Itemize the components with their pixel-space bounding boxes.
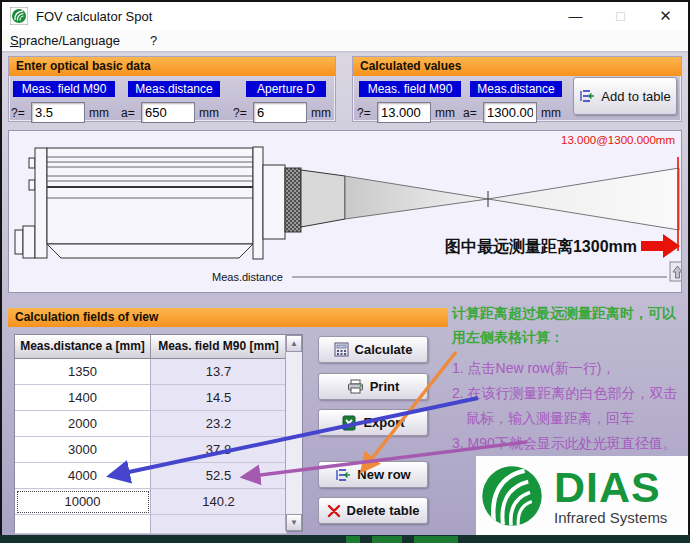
- table-cell[interactable]: 1400: [15, 385, 151, 411]
- background-fragment: [414, 536, 458, 543]
- table-scrollbar[interactable]: ▲ ▼: [285, 335, 302, 531]
- aperture-input[interactable]: [253, 102, 307, 123]
- field-prefix: ?=: [233, 106, 253, 120]
- scroll-up-icon[interactable]: ▲: [286, 335, 302, 352]
- add-row-icon: [579, 88, 595, 104]
- field-label-meas-distance: Meas.distance: [128, 81, 220, 97]
- menu-language[interactable]: Sprache/Language: [2, 31, 128, 50]
- calculated-values-panel: Calculated values Meas. field M90 ?= mm …: [352, 56, 682, 122]
- new-row-label: New row: [357, 467, 410, 482]
- table-cell[interactable]: 4000: [15, 463, 151, 489]
- calculate-label: Calculate: [355, 342, 413, 357]
- add-to-table-button[interactable]: Add to table: [573, 77, 677, 115]
- unit-label: mm: [311, 106, 331, 120]
- maximize-button: □: [598, 2, 643, 30]
- unit-label: mm: [89, 106, 109, 120]
- note-step-2-cont: 鼠标，输入测量距离，回车: [452, 406, 688, 431]
- table-row: 3000 37.8: [15, 437, 287, 463]
- note-step-3: 3. M90下就会显示此处光斑直径值。: [452, 431, 688, 456]
- field-prefix: ?=: [11, 106, 31, 120]
- calc-label-meas-distance: Meas.distance: [470, 81, 562, 97]
- unit-label: mm: [435, 106, 455, 120]
- distance-end-marker-icon: [670, 262, 681, 281]
- table-cell[interactable]: 3000: [15, 437, 151, 463]
- calculate-button[interactable]: Calculate: [318, 336, 428, 363]
- delete-table-label: Delete table: [347, 503, 420, 518]
- calculator-icon: [334, 342, 349, 357]
- table-cell[interactable]: [15, 515, 151, 534]
- table-cell[interactable]: 52.5: [151, 463, 287, 489]
- menu-bar: Sprache/Language ?: [2, 30, 688, 52]
- fov-diagram: 13.000@1300.000mm 图中最远测量距离1300mm Meas.di…: [8, 130, 682, 293]
- calculated-values-header: Calculated values: [353, 57, 681, 76]
- pyrometer-device-drawing: [15, 147, 345, 259]
- calc-meas-field-value: [377, 102, 431, 123]
- title-bar: FOV calculator Spot — □ ✕: [2, 2, 688, 30]
- print-button[interactable]: Print: [318, 373, 428, 400]
- column-header-field[interactable]: Meas. field M90 [mm]: [151, 335, 287, 359]
- export-excel-icon: [341, 415, 357, 431]
- table-cell[interactable]: 13.7: [151, 359, 287, 385]
- basic-data-panel: Enter optical basic data Meas. field M90…: [8, 56, 336, 122]
- export-button[interactable]: Export: [318, 409, 428, 436]
- table-cell-selected[interactable]: 10000: [15, 489, 151, 515]
- table-cell[interactable]: 140.2: [151, 489, 287, 515]
- calc-meas-distance-value: [483, 102, 537, 123]
- meas-distance-input[interactable]: [141, 102, 195, 123]
- table-row: 10000 140.2: [15, 489, 287, 515]
- distance-axis-label: Meas.distance: [212, 271, 283, 283]
- delete-table-button[interactable]: Delete table: [318, 497, 428, 524]
- fov-table: Meas.distance a [mm] Meas. field M90 [mm…: [14, 334, 303, 532]
- fov-table-header: Calculation fields of view: [8, 308, 448, 327]
- field-prefix: a=: [463, 106, 483, 120]
- column-header-distance[interactable]: Meas.distance a [mm]: [15, 335, 151, 359]
- meas-field-input[interactable]: [31, 102, 85, 123]
- logo-tagline: Infrared Systems: [554, 509, 667, 526]
- table-row: [15, 515, 287, 534]
- table-cell[interactable]: 2000: [15, 411, 151, 437]
- basic-data-header: Enter optical basic data: [9, 57, 335, 76]
- logo-brand-text: DIAS: [554, 467, 667, 507]
- note-heading-line2: 用左侧表格计算：: [452, 325, 688, 349]
- unit-label: mm: [199, 106, 219, 120]
- fov-diagram-drawing: 13.000@1300.000mm 图中最远测量距离1300mm Meas.di…: [9, 131, 681, 292]
- beam-cone: [345, 168, 679, 230]
- max-distance-annotation: 图中最远测量距离1300mm: [445, 237, 637, 255]
- field-prefix: a=: [121, 106, 141, 120]
- table-row: 2000 23.2: [15, 411, 287, 437]
- table-row: 4000 52.5: [15, 463, 287, 489]
- export-label: Export: [363, 415, 404, 430]
- table-cell[interactable]: 37.8: [151, 437, 287, 463]
- minimize-button[interactable]: —: [553, 2, 598, 30]
- scroll-down-icon[interactable]: ▼: [286, 514, 302, 531]
- table-cell[interactable]: 23.2: [151, 411, 287, 437]
- note-step-1: 1. 点击New row(新一行)，: [452, 356, 688, 381]
- table-cell[interactable]: 14.5: [151, 385, 287, 411]
- app-logo-icon: [10, 7, 28, 25]
- dias-logo: DIAS Infrared Systems: [476, 456, 688, 536]
- background-window-strip: [0, 535, 690, 543]
- add-row-icon: [335, 467, 351, 483]
- new-row-button[interactable]: New row: [318, 461, 428, 488]
- add-to-table-label: Add to table: [601, 89, 670, 104]
- annotation-notes: 计算距离超过最远测量距离时，可以 用左侧表格计算： 1. 点击New row(新…: [452, 301, 688, 456]
- background-fragment: [346, 536, 360, 543]
- table-cell[interactable]: 1350: [15, 359, 151, 385]
- field-prefix: ?=: [357, 106, 377, 120]
- dias-logo-icon: [476, 460, 548, 532]
- calc-label-meas-field: Meas. field M90: [359, 81, 461, 97]
- field-label-meas-field: Meas. field M90: [13, 81, 115, 97]
- delete-x-icon: [327, 504, 341, 518]
- table-row: 1400 14.5: [15, 385, 287, 411]
- field-label-aperture: Aperture D: [246, 81, 326, 97]
- unit-label: mm: [541, 106, 561, 120]
- table-cell[interactable]: [151, 515, 287, 534]
- close-button[interactable]: ✕: [643, 2, 688, 30]
- print-label: Print: [370, 379, 400, 394]
- menu-help[interactable]: ?: [142, 31, 165, 50]
- window-title: FOV calculator Spot: [36, 9, 152, 24]
- app-window: FOV calculator Spot — □ ✕ Sprache/Langua…: [0, 0, 690, 543]
- printer-icon: [347, 379, 364, 394]
- spot-size-label: 13.000@1300.000mm: [561, 134, 675, 146]
- note-step-2: 2. 在该行测量距离的白色部分，双击: [452, 381, 688, 406]
